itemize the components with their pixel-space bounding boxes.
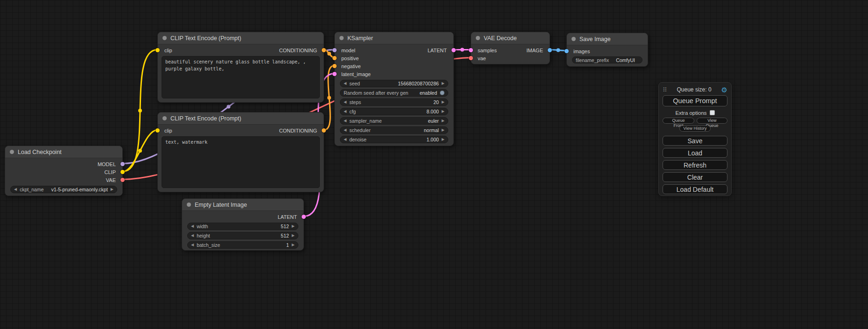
widget-scheduler[interactable]: ◀ scheduler normal ▶ xyxy=(340,126,448,134)
input-dot-clip[interactable] xyxy=(155,128,160,133)
increment-arrow-icon[interactable]: ▶ xyxy=(442,82,445,85)
node-load-checkpoint[interactable]: Load Checkpoint MODEL CLIP VAE ◀ ckpt_na… xyxy=(5,146,123,196)
decrement-arrow-icon[interactable]: ◀ xyxy=(191,234,194,238)
node-clip-text-encode-positive[interactable]: CLIP Text Encode (Prompt) clip CONDITION… xyxy=(157,32,324,103)
widget-height[interactable]: ◀ height 512 ▶ xyxy=(187,232,298,239)
slot-row: latent_image xyxy=(335,70,453,78)
output-label-latent: LATENT xyxy=(428,48,447,53)
input-dot-latent-image[interactable] xyxy=(332,72,337,76)
view-queue-button[interactable]: View Queue xyxy=(697,118,727,124)
widget-cfg[interactable]: ◀ cfg 8.000 ▶ xyxy=(340,108,448,115)
node-title: CLIP Text Encode (Prompt) xyxy=(170,35,241,42)
node-empty-latent-image[interactable]: Empty Latent Image LATENT ◀ width 512 ▶ … xyxy=(182,198,304,251)
slot-row: LATENT xyxy=(182,213,303,221)
input-dot-clip[interactable] xyxy=(155,48,160,52)
increment-arrow-icon[interactable]: ▶ xyxy=(442,119,445,123)
increment-arrow-icon[interactable]: ▶ xyxy=(111,188,113,191)
widget-steps[interactable]: ◀ steps 20 ▶ xyxy=(340,98,448,106)
node-status-dot xyxy=(187,203,191,207)
node-ksampler-header[interactable]: KSampler xyxy=(335,32,453,44)
widget-seed[interactable]: ◀ seed 156680208700286 ▶ xyxy=(340,80,448,87)
slot-row: vae xyxy=(471,54,550,62)
node-clip-positive-header[interactable]: CLIP Text Encode (Prompt) xyxy=(158,32,324,44)
output-dot-vae[interactable] xyxy=(120,178,125,182)
input-dot-vae[interactable] xyxy=(469,56,473,60)
output-dot-latent[interactable] xyxy=(302,215,306,219)
node-title: VAE Decode xyxy=(484,35,517,42)
widget-ckpt-name[interactable]: ◀ ckpt_name v1-5-pruned-emaonly.ckpt ▶ xyxy=(10,186,117,193)
decrement-arrow-icon[interactable]: ◀ xyxy=(344,119,346,123)
widget-batch-size[interactable]: ◀ batch_size 1 ▶ xyxy=(187,241,298,249)
queue-front-button[interactable]: Queue Front xyxy=(663,118,694,124)
output-dot-conditioning[interactable] xyxy=(322,128,326,133)
widget-label: ckpt_name xyxy=(20,187,43,192)
decrement-arrow-icon[interactable]: ◀ xyxy=(344,100,346,104)
save-button[interactable]: Save xyxy=(663,136,727,146)
clear-button[interactable]: Clear xyxy=(663,172,727,182)
decrement-arrow-icon[interactable]: ◀ xyxy=(191,243,194,247)
increment-arrow-icon[interactable]: ▶ xyxy=(292,224,295,228)
widget-denoise[interactable]: ◀ denoise 1.000 ▶ xyxy=(340,136,448,143)
extra-options-checkbox[interactable] xyxy=(710,110,715,115)
node-clip-text-encode-negative[interactable]: CLIP Text Encode (Prompt) clip CONDITION… xyxy=(157,112,324,192)
link-image-to-save-midpoint-dot xyxy=(557,49,560,52)
menu-drag-handle-icon[interactable]: ⠿ xyxy=(663,86,667,93)
decrement-arrow-icon[interactable]: ◀ xyxy=(344,82,346,85)
increment-arrow-icon[interactable]: ▶ xyxy=(442,100,445,104)
input-dot-positive[interactable] xyxy=(332,56,337,60)
node-ksampler[interactable]: KSampler model LATENT positive negative … xyxy=(334,32,454,146)
input-dot-images[interactable] xyxy=(565,49,569,53)
increment-arrow-icon[interactable]: ▶ xyxy=(292,234,295,238)
queue-prompt-button[interactable]: Queue Prompt xyxy=(663,95,727,106)
load-default-button[interactable]: Load Default xyxy=(663,184,727,194)
settings-gear-icon[interactable]: ⚙ xyxy=(721,86,727,93)
input-dot-negative[interactable] xyxy=(332,64,337,68)
negative-prompt-textarea[interactable]: text, watermark xyxy=(162,136,320,188)
output-dot-clip[interactable] xyxy=(120,170,125,174)
node-save-image-header[interactable]: Save Image xyxy=(567,33,648,45)
input-label-vae: vae xyxy=(478,56,486,61)
decrement-arrow-icon[interactable]: ◀ xyxy=(344,138,346,141)
node-save-image[interactable]: Save Image images filename_prefix ComfyU… xyxy=(566,33,648,67)
link-clip-positive-midpoint-dot xyxy=(138,109,142,112)
toggle-dot-icon[interactable] xyxy=(440,91,445,95)
increment-arrow-icon[interactable]: ▶ xyxy=(442,138,445,141)
node-vae-decode[interactable]: VAE Decode samples IMAGE vae xyxy=(471,32,550,64)
load-button[interactable]: Load xyxy=(663,148,727,158)
decrement-arrow-icon[interactable]: ◀ xyxy=(344,128,346,132)
slot-row: VAE xyxy=(5,176,122,184)
output-dot-conditioning[interactable] xyxy=(322,48,326,52)
decrement-arrow-icon[interactable]: ◀ xyxy=(191,224,194,228)
view-history-button[interactable]: View History xyxy=(679,126,711,132)
refresh-button[interactable]: Refresh xyxy=(663,160,727,170)
input-dot-model[interactable] xyxy=(332,48,337,52)
node-empty-latent-header[interactable]: Empty Latent Image xyxy=(182,199,303,211)
decrement-arrow-icon[interactable]: ◀ xyxy=(344,110,346,113)
node-clip-negative-header[interactable]: CLIP Text Encode (Prompt) xyxy=(158,112,324,125)
slot-row: clip CONDITIONING xyxy=(158,126,324,134)
widget-label: cfg xyxy=(349,109,356,114)
increment-arrow-icon[interactable]: ▶ xyxy=(292,243,295,247)
output-dot-model[interactable] xyxy=(120,162,125,166)
widget-random-seed-toggle[interactable]: Random seed after every gen enabled xyxy=(340,89,448,97)
input-label-latent-image: latent_image xyxy=(341,71,371,77)
node-load-checkpoint-header[interactable]: Load Checkpoint xyxy=(5,146,122,158)
widget-width[interactable]: ◀ width 512 ▶ xyxy=(187,223,298,230)
queue-menu-panel: ⠿ Queue size: 0 ⚙ Queue Prompt Extra opt… xyxy=(658,82,732,196)
slot-row: samples IMAGE xyxy=(471,46,550,54)
widget-sampler-name[interactable]: ◀ sampler_name euler ▶ xyxy=(340,117,448,125)
decrement-arrow-icon[interactable]: ◀ xyxy=(14,188,17,191)
input-dot-samples[interactable] xyxy=(469,48,473,52)
increment-arrow-icon[interactable]: ▶ xyxy=(442,128,445,132)
input-label-clip: clip xyxy=(164,48,172,53)
increment-arrow-icon[interactable]: ▶ xyxy=(442,110,445,113)
slot-row: images xyxy=(567,47,648,55)
node-vae-decode-header[interactable]: VAE Decode xyxy=(471,32,550,44)
widget-value: 512 xyxy=(281,224,289,229)
output-dot-latent[interactable] xyxy=(452,48,456,52)
graph-canvas[interactable]: Load Checkpoint MODEL CLIP VAE ◀ ckpt_na… xyxy=(0,0,868,329)
positive-prompt-textarea[interactable]: beautiful scenery nature glass bottle la… xyxy=(162,56,320,98)
node-title: Load Checkpoint xyxy=(18,149,62,155)
output-dot-image[interactable] xyxy=(548,48,552,52)
widget-filename-prefix[interactable]: filename_prefix ComfyUI xyxy=(572,56,642,63)
